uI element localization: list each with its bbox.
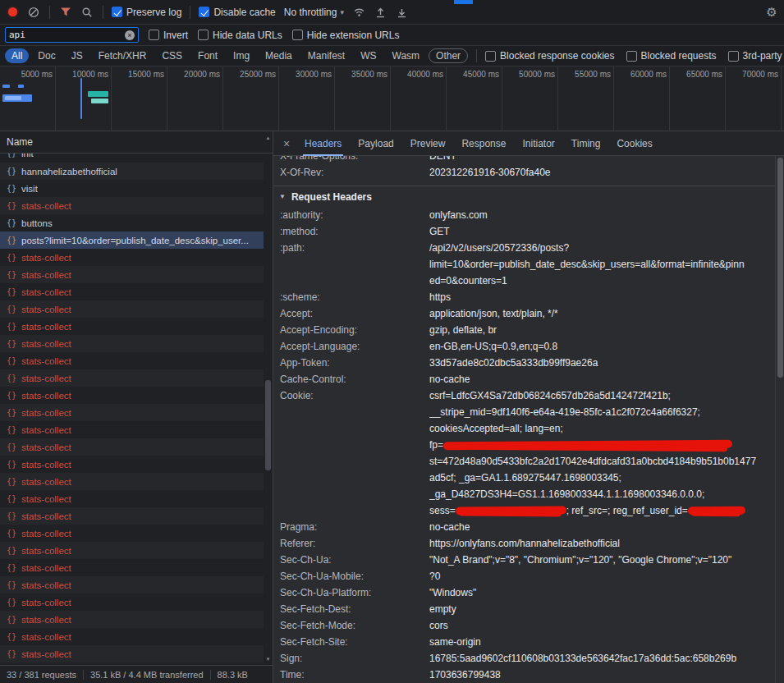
timeline-label: 10000 ms xyxy=(56,70,108,79)
request-row[interactable]: {}stats-collect xyxy=(0,266,264,283)
scroll-down-icon[interactable]: ▼ xyxy=(264,657,273,662)
request-row[interactable]: {}buttons xyxy=(0,214,264,231)
invert-checkbox[interactable]: Invert xyxy=(149,30,188,41)
request-row[interactable]: {}posts?limit=10&order=publish_date_desc… xyxy=(0,231,264,249)
request-row[interactable]: {}hannahelizabethofficial xyxy=(0,163,264,180)
blocked-response-cookies-checkbox[interactable]: Blocked response cookies xyxy=(485,50,614,62)
request-name: stats-collect xyxy=(21,339,71,349)
request-row[interactable]: {}stats-collect xyxy=(0,369,264,387)
chevron-down-icon: ▾ xyxy=(340,8,344,16)
tab-cookies[interactable]: Cookies xyxy=(608,131,660,156)
hide-data-urls-label: Hide data URLs xyxy=(213,30,282,41)
details-scrollbar[interactable] xyxy=(775,156,784,683)
request-row[interactable]: {}stats-collect xyxy=(0,576,264,594)
preserve-log-checkbox[interactable]: Preserve log xyxy=(112,7,181,18)
script-icon: {} xyxy=(7,563,16,572)
request-row[interactable]: {}stats-collect xyxy=(0,628,264,645)
tab-preview[interactable]: Preview xyxy=(402,131,454,156)
request-row[interactable]: {}stats-collect xyxy=(0,525,264,542)
network-conditions-button[interactable] xyxy=(352,5,367,20)
settings-gear-icon[interactable]: ⚙ xyxy=(764,5,779,20)
tab-headers[interactable]: Headers xyxy=(296,131,350,156)
header-row: X-Of-Rev:202312261916-30670fa40e xyxy=(273,164,775,181)
request-row[interactable]: {}stats-collect xyxy=(0,318,264,335)
request-row[interactable]: {}stats-collect xyxy=(0,352,264,369)
header-value: "Windows" xyxy=(429,584,775,601)
header-row: :path:/api2/v2/users/20572336/posts?limi… xyxy=(273,240,775,289)
request-name: hannahelizabethofficial xyxy=(21,167,117,176)
request-row[interactable]: {}stats-collect xyxy=(0,594,264,611)
type-filter-other[interactable]: Other xyxy=(429,48,468,63)
request-row[interactable]: {}stats-collect xyxy=(0,283,264,300)
type-filter-css[interactable]: CSS xyxy=(155,48,189,63)
request-row[interactable]: {}stats-collect xyxy=(0,387,264,404)
tab-initiator[interactable]: Initiator xyxy=(514,131,562,156)
header-value: onlyfans.com xyxy=(429,207,775,223)
request-row[interactable]: {}stats-collect xyxy=(0,559,264,576)
header-value: csrf=LdfcGX4Sa72db06824c657db26a5d142472… xyxy=(429,387,775,519)
clear-filter-icon[interactable]: × xyxy=(125,30,135,40)
request-row[interactable]: {}stats-collect xyxy=(0,456,264,473)
type-filter-media[interactable]: Media xyxy=(259,48,299,63)
export-har-button[interactable] xyxy=(395,5,410,20)
request-row[interactable]: {}stats-collect xyxy=(0,197,264,214)
type-filter-fetch-xhr[interactable]: Fetch/XHR xyxy=(92,48,154,63)
script-icon: {} xyxy=(7,615,16,624)
type-filter-doc[interactable]: Doc xyxy=(31,48,62,63)
type-filter-wasm[interactable]: Wasm xyxy=(386,48,427,63)
request-row[interactable]: {}visit xyxy=(0,180,264,197)
search-button[interactable] xyxy=(80,5,94,20)
header-name: Referer: xyxy=(273,535,429,552)
clear-network-log-button[interactable] xyxy=(26,5,41,20)
name-column-header[interactable]: Name xyxy=(0,131,273,154)
request-row[interactable]: {}stats-collect xyxy=(0,438,264,456)
request-row[interactable]: {}stats-collect xyxy=(0,542,264,559)
type-filter-all[interactable]: All xyxy=(5,48,29,63)
tab-timing[interactable]: Timing xyxy=(563,131,609,156)
request-headers-section[interactable]: ▼Request Headers xyxy=(273,186,775,207)
hide-extension-urls-checkbox[interactable]: Hide extension URLs xyxy=(292,30,400,41)
scrollbar-thumb[interactable] xyxy=(265,380,271,470)
type-filter-font[interactable]: Font xyxy=(191,48,224,63)
request-row[interactable]: {}stats-collect xyxy=(0,473,264,490)
request-row[interactable]: {}stats-collect xyxy=(0,335,264,352)
type-filter-img[interactable]: Img xyxy=(227,48,256,63)
request-name: stats-collect xyxy=(21,374,71,383)
request-row[interactable]: {}stats-collect xyxy=(0,300,264,318)
request-row[interactable]: {}stats-collect xyxy=(0,421,264,438)
timeline-overview[interactable]: 5000 ms10000 ms15000 ms20000 ms25000 ms3… xyxy=(0,66,784,131)
filter-toggle-button[interactable] xyxy=(58,5,73,20)
tab-response[interactable]: Response xyxy=(453,131,514,156)
disable-cache-checkbox[interactable]: Disable cache xyxy=(199,7,275,18)
script-icon: {} xyxy=(7,184,16,193)
request-row[interactable]: {}init xyxy=(0,154,264,163)
type-filter-ws[interactable]: WS xyxy=(354,48,383,63)
blocked-requests-checkbox[interactable]: Blocked requests xyxy=(626,50,717,62)
request-row[interactable]: {}stats-collect xyxy=(0,404,264,421)
request-name: stats-collect xyxy=(21,391,71,401)
waterfall-bar xyxy=(91,99,108,103)
import-har-button[interactable] xyxy=(374,5,388,20)
request-row[interactable]: {}stats-collect xyxy=(0,490,264,507)
tab-payload[interactable]: Payload xyxy=(350,131,401,156)
request-name: stats-collect xyxy=(21,546,71,556)
request-row[interactable]: {}stats-collect xyxy=(0,507,264,525)
requests-scrollbar[interactable]: ▲ ▼ xyxy=(264,134,273,663)
request-row[interactable]: {}stats-collect xyxy=(0,611,264,628)
record-button[interactable] xyxy=(5,5,20,20)
throttling-dropdown[interactable]: No throttling ▾ xyxy=(282,7,346,18)
3rd-party-requests-checkbox[interactable]: 3rd-party requests xyxy=(728,50,784,62)
close-details-icon[interactable]: × xyxy=(277,137,296,150)
type-filter-manifest[interactable]: Manifest xyxy=(301,48,351,63)
type-filter-js[interactable]: JS xyxy=(65,48,89,63)
type-filter-bar: AllDocJSFetch/XHRCSSFontImgMediaManifest… xyxy=(0,46,784,66)
scrollbar-thumb[interactable] xyxy=(777,158,783,378)
filter-input[interactable]: api × xyxy=(5,27,139,43)
hide-data-urls-checkbox[interactable]: Hide data URLs xyxy=(198,30,282,41)
request-row[interactable]: {}stats-collect xyxy=(0,249,264,266)
scroll-up-icon[interactable]: ▲ xyxy=(264,135,273,140)
waterfall-bar xyxy=(5,96,21,100)
header-row: Sec-Fetch-Dest:empty xyxy=(273,601,775,617)
request-row[interactable]: {}stats-collect xyxy=(0,645,264,662)
header-value-text: ed=0&counters=1 xyxy=(429,275,507,286)
